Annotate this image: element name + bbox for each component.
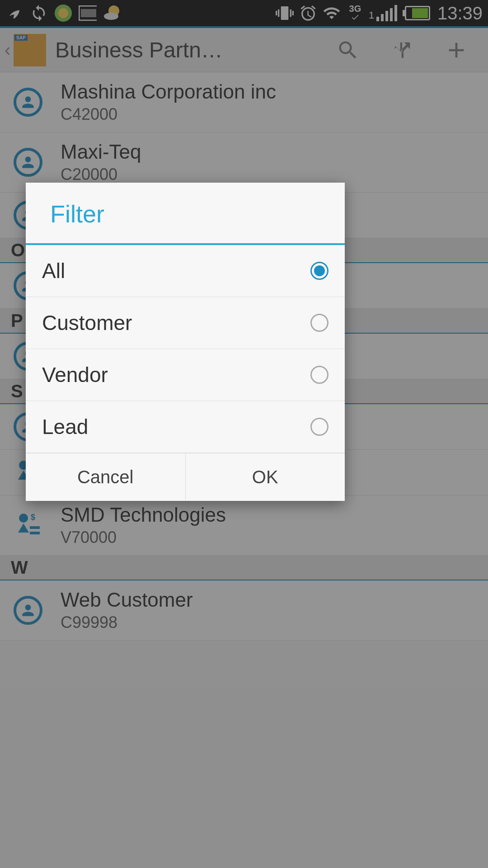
filter-dialog: Filter AllCustomerVendorLead Cancel OK [26, 183, 345, 501]
filter-option-label: All [42, 259, 65, 283]
filter-option-label: Lead [42, 415, 88, 439]
radio-button[interactable] [310, 418, 328, 436]
cancel-button[interactable]: Cancel [26, 453, 186, 501]
filter-option[interactable]: All [26, 245, 345, 297]
filter-option[interactable]: Customer [26, 297, 345, 349]
ok-button[interactable]: OK [186, 453, 345, 501]
filter-option[interactable]: Vendor [26, 349, 345, 401]
dialog-button-row: Cancel OK [26, 453, 345, 501]
radio-button[interactable] [310, 314, 328, 332]
filter-option-label: Vendor [42, 363, 108, 387]
filter-option-label: Customer [42, 311, 132, 335]
dialog-title: Filter [26, 183, 345, 245]
dialog-options-container: AllCustomerVendorLead [26, 245, 345, 453]
radio-button[interactable] [310, 366, 328, 384]
filter-option[interactable]: Lead [26, 401, 345, 453]
radio-button[interactable] [310, 262, 328, 280]
